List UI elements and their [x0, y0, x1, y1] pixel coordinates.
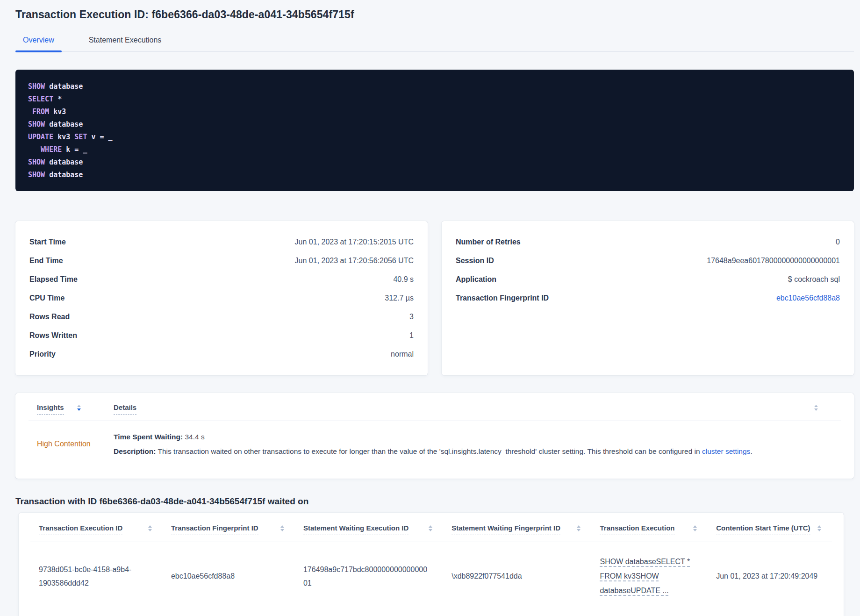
- sql-line: WHERE k = _: [28, 143, 841, 156]
- tab-overview[interactable]: Overview: [15, 31, 62, 51]
- transaction-fingerprint-id-cell: ebc10ae56cfd88a8: [163, 569, 295, 583]
- tab-statement-executions[interactable]: Statement Executions: [81, 31, 169, 51]
- summary-label: Elapsed Time: [29, 275, 78, 284]
- sql-line: SELECT *: [28, 93, 841, 106]
- column-header-label[interactable]: Statement Waiting Execution ID: [303, 524, 408, 535]
- summary-row: Elapsed Time40.9 s: [29, 270, 414, 289]
- summary-label: Application: [456, 275, 496, 284]
- summary-value: normal: [391, 350, 414, 358]
- column-header-label[interactable]: Transaction Execution ID: [39, 524, 122, 535]
- insights-column-header[interactable]: Insights: [37, 403, 64, 415]
- summary-card-left: Start TimeJun 01, 2023 at 17:20:15:2015 …: [15, 221, 428, 375]
- sort-icon[interactable]: [280, 525, 285, 531]
- insight-row: High Contention Time Spent Waiting: 34.4…: [29, 421, 841, 469]
- transaction-fingerprint-id-link[interactable]: ebc10ae56cfd88a8: [776, 294, 840, 302]
- sort-icon[interactable]: [576, 525, 581, 531]
- summary-row: Start TimeJun 01, 2023 at 17:20:15:2015 …: [29, 233, 414, 251]
- column-header-label[interactable]: Transaction Fingerprint ID: [171, 524, 258, 535]
- contention-start-time-cell: Jun 01, 2023 at 17:20:49:2049: [708, 569, 832, 583]
- summary-value: 1: [409, 331, 414, 340]
- table-row: 9738d051-bc0e-4158-a9b4-1903586ddd42ebc1…: [30, 542, 832, 612]
- summary-value: 40.9 s: [393, 275, 414, 284]
- waited-table-header: Transaction Execution IDTransaction Fing…: [30, 513, 832, 542]
- sort-icon[interactable]: [814, 405, 818, 411]
- summary-value: Jun 01, 2023 at 17:20:15:2015 UTC: [295, 238, 414, 246]
- sql-statements-box: SHOW databaseSELECT * FROM kv3SHOW datab…: [15, 70, 854, 191]
- waited-table-body: 9738d051-bc0e-4158-a9b4-1903586ddd42ebc1…: [30, 542, 832, 612]
- sort-icon[interactable]: [428, 525, 433, 531]
- summary-label: Number of Retries: [456, 238, 521, 246]
- column-header-label[interactable]: Transaction Execution: [600, 524, 674, 535]
- tab-bar: Overview Statement Executions: [15, 31, 854, 52]
- summary-label: Rows Written: [29, 331, 77, 340]
- insights-card: Insights Details High Contention Time Sp…: [15, 393, 854, 479]
- insight-details: Time Spent Waiting: 34.4 s Description: …: [114, 430, 841, 458]
- sql-line: UPDATE kv3 SET v = _: [28, 131, 841, 143]
- statement-waiting-fingerprint-id-cell: \xdb8922f077541dda: [443, 569, 591, 583]
- sort-icon[interactable]: [817, 525, 822, 531]
- summary-label: Transaction Fingerprint ID: [456, 294, 549, 302]
- sort-icon[interactable]: [77, 405, 81, 411]
- summary-row: Number of Retries0: [456, 233, 840, 251]
- table-header-cell: Statement Waiting Execution ID: [295, 524, 443, 535]
- details-column-header[interactable]: Details: [114, 403, 136, 415]
- summary-label: Session ID: [456, 257, 494, 265]
- table-header-cell: Transaction Execution: [591, 524, 708, 535]
- summary-row: Prioritynormal: [29, 345, 414, 364]
- sql-line: FROM kv3: [28, 106, 841, 118]
- high-contention-badge: High Contention: [37, 440, 114, 448]
- insights-table-header: Insights Details: [29, 393, 841, 421]
- summary-row: Rows Read3: [29, 308, 414, 326]
- cluster-settings-link[interactable]: cluster settings: [702, 447, 750, 455]
- column-header-label[interactable]: Contention Start Time (UTC): [716, 524, 810, 535]
- sql-code: SHOW databaseSELECT * FROM kv3SHOW datab…: [28, 80, 841, 181]
- sql-line: SHOW database: [28, 118, 841, 131]
- transaction-execution-id-cell: 9738d051-bc0e-4158-a9b4-1903586ddd42: [30, 563, 163, 590]
- transaction-execution-link[interactable]: SHOW databaseSELECT * FROM kv3SHOW datab…: [600, 558, 690, 595]
- sql-line: SHOW database: [28, 80, 841, 93]
- summary-value: 17648a9eea6017800000000000000001: [707, 257, 840, 265]
- statement-waiting-execution-id-cell: 176498a9c717bdc80000000000000001: [295, 563, 443, 590]
- summary-label: Start Time: [29, 238, 66, 246]
- insight-description: Description: This transaction waited on …: [114, 444, 836, 458]
- sort-icon[interactable]: [693, 525, 697, 531]
- summary-value: $ cockroach sql: [788, 275, 840, 284]
- table-header-cell: Contention Start Time (UTC): [708, 524, 832, 535]
- table-header-cell: Statement Waiting Fingerprint ID: [443, 524, 591, 535]
- summary-row: Application$ cockroach sql: [456, 270, 840, 289]
- sql-line: SHOW database: [28, 169, 841, 181]
- summary-value: 3: [409, 313, 414, 321]
- waited-on-table-card: Transaction Execution IDTransaction Fing…: [19, 513, 844, 616]
- summary-row: CPU Time312.7 µs: [29, 289, 414, 308]
- time-spent-waiting: Time Spent Waiting: 34.4 s: [114, 430, 836, 444]
- table-header-cell: Transaction Execution ID: [30, 524, 163, 535]
- summary-row: Session ID17648a9eea60178000000000000000…: [456, 251, 840, 270]
- summary-value: Jun 01, 2023 at 17:20:56:2056 UTC: [295, 257, 414, 265]
- transaction-details-page: Transaction Execution ID: f6be6366-da03-…: [0, 0, 860, 616]
- summary-value: 0: [836, 238, 840, 246]
- summary-cards: Start TimeJun 01, 2023 at 17:20:15:2015 …: [15, 221, 854, 375]
- column-header-label[interactable]: Statement Waiting Fingerprint ID: [452, 524, 560, 535]
- summary-card-right: Number of Retries0Session ID17648a9eea60…: [442, 221, 854, 375]
- summary-row: End TimeJun 01, 2023 at 17:20:56:2056 UT…: [29, 251, 414, 270]
- summary-row: Rows Written1: [29, 326, 414, 345]
- summary-label: End Time: [29, 257, 63, 265]
- sort-icon[interactable]: [148, 525, 152, 531]
- summary-label: CPU Time: [29, 294, 64, 302]
- transaction-execution-cell: SHOW databaseSELECT * FROM kv3SHOW datab…: [591, 554, 708, 598]
- summary-label: Rows Read: [29, 313, 70, 321]
- waited-on-heading: Transaction with ID f6be6366-da03-48de-a…: [15, 496, 854, 507]
- summary-row: Transaction Fingerprint IDebc10ae56cfd88…: [456, 289, 840, 308]
- page-title: Transaction Execution ID: f6be6366-da03-…: [15, 8, 854, 21]
- table-header-cell: Transaction Fingerprint ID: [163, 524, 295, 535]
- summary-value: 312.7 µs: [385, 294, 414, 302]
- sql-line: SHOW database: [28, 156, 841, 169]
- summary-label: Priority: [29, 350, 56, 358]
